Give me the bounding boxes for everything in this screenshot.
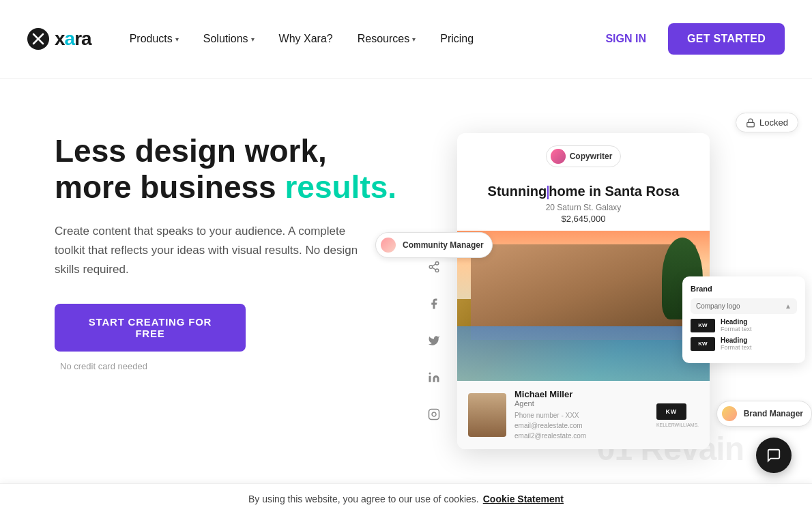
- property-title: Stunninghome in Santa Rosa: [471, 182, 696, 200]
- svg-rect-5: [429, 376, 431, 382]
- hero-section: Less design work, more business results.…: [0, 78, 812, 514]
- agent-phone: Phone number - XXX: [514, 412, 579, 419]
- agent-email: email@realestate.com: [514, 422, 583, 429]
- brand-text-1: Heading Format text: [721, 318, 752, 332]
- cookie-text: By using this website, you agree to our …: [248, 494, 479, 504]
- hero-title-line2: more business: [55, 169, 285, 205]
- copywriter-badge: Copywriter: [546, 145, 622, 167]
- brand-item-1: KW Heading Format text: [691, 318, 797, 332]
- brand-heading-1: Heading: [721, 318, 752, 326]
- property-title-before: Stunning: [488, 184, 547, 199]
- brand-panel-title: Brand: [691, 285, 797, 293]
- linkedin-icon: [423, 367, 445, 388]
- share-icon: [423, 256, 445, 278]
- navbar: xara Products ▾ Solutions ▾ Why Xara? Re…: [0, 0, 812, 78]
- brand-kw-logo-1: KW: [691, 319, 715, 332]
- property-title-after: home in Santa Rosa: [549, 184, 679, 199]
- svg-rect-7: [429, 410, 439, 420]
- nav-resources[interactable]: Resources ▾: [347, 27, 426, 51]
- agent-photo: [468, 393, 506, 437]
- svg-line-4: [432, 264, 435, 266]
- property-price: $2,645,000: [471, 214, 696, 224]
- company-logo-label: Company logo: [696, 302, 740, 310]
- property-image: [457, 231, 710, 381]
- pool-area: [457, 326, 710, 381]
- svg-point-6: [429, 373, 431, 375]
- copywriter-badge-label: Copywriter: [570, 152, 613, 161]
- nav-pricing-label: Pricing: [440, 33, 474, 45]
- svg-point-0: [435, 262, 439, 266]
- cookie-statement-link[interactable]: Cookie Statement: [483, 494, 564, 504]
- logo-icon: [27, 28, 49, 50]
- cookie-bar: By using this website, you agree to our …: [0, 483, 812, 514]
- hero-cta-button[interactable]: START CREATING FOR FREE: [55, 304, 246, 352]
- svg-rect-9: [747, 122, 755, 126]
- nav-why-xara-label: Why Xara?: [279, 33, 333, 45]
- hero-title-line1: Less design work,: [55, 133, 327, 169]
- brand-heading-2: Heading: [721, 337, 752, 344]
- svg-point-1: [429, 266, 433, 269]
- kw-logo: KW: [656, 403, 686, 420]
- svg-line-3: [432, 268, 435, 270]
- brand-manager-avatar: [721, 405, 738, 423]
- community-manager-avatar: [379, 236, 397, 254]
- nav-resources-label: Resources: [358, 33, 409, 45]
- nav-why-xara[interactable]: Why Xara?: [268, 27, 344, 51]
- chevron-down-icon: ▾: [175, 35, 179, 43]
- social-icons-column: [423, 256, 445, 425]
- community-manager-label: Community Manager: [403, 240, 484, 250]
- brand-kw-logo-2: KW: [691, 337, 715, 351]
- nav-products-label: Products: [130, 33, 173, 45]
- hero-title-accent: results.: [285, 169, 396, 205]
- agent-role: Agent: [514, 399, 648, 408]
- chat-icon: [766, 448, 781, 463]
- chat-button[interactable]: [756, 438, 792, 473]
- agent-info: Michael Miller Agent Phone number - XXX …: [514, 389, 648, 441]
- agent-details: Phone number - XXX email@realestate.com …: [514, 410, 648, 441]
- brand-format-1: Format text: [721, 326, 752, 332]
- brand-manager-badge: Brand Manager: [716, 401, 812, 427]
- copywriter-avatar: [551, 149, 566, 164]
- hero-description: Create content that speaks to your audie…: [55, 222, 368, 279]
- nav-products[interactable]: Products ▾: [119, 27, 190, 51]
- locked-label: Locked: [759, 117, 788, 128]
- brand-company-logo-row: Company logo ▲: [691, 298, 797, 314]
- hero-left: Less design work, more business results.…: [55, 119, 409, 371]
- nav-solutions-label: Solutions: [203, 33, 248, 45]
- lock-icon: [746, 118, 755, 128]
- agent-name: Michael Miller: [514, 389, 648, 399]
- agent-row: Michael Miller Agent Phone number - XXX …: [457, 381, 710, 449]
- nav-solutions[interactable]: Solutions ▾: [192, 27, 265, 51]
- facebook-icon: [423, 293, 445, 315]
- chevron-up-icon: ▲: [785, 302, 792, 310]
- logo[interactable]: xara: [27, 28, 91, 50]
- brand-format-2: Format text: [721, 344, 752, 351]
- get-started-button[interactable]: GET STARTED: [668, 23, 785, 55]
- design-card-header: Copywriter Stunninghome in Santa Rosa 20…: [457, 133, 710, 231]
- brand-manager-label: Brand Manager: [744, 409, 803, 418]
- logo-text: xara: [55, 28, 91, 50]
- hero-right-mockup: Copywriter Stunninghome in Santa Rosa 20…: [409, 113, 785, 509]
- kellerwilliams-text: KELLERWILLIAMS.: [656, 423, 699, 427]
- instagram-icon: [423, 403, 445, 425]
- chevron-down-icon: ▾: [412, 35, 416, 43]
- svg-point-2: [435, 269, 439, 272]
- nav-links: Products ▾ Solutions ▾ Why Xara? Resourc…: [119, 27, 595, 51]
- kw-logo-block: KW KELLERWILLIAMS.: [656, 403, 699, 427]
- nav-right: SIGN IN GET STARTED: [594, 23, 785, 55]
- brand-text-2: Heading Format text: [721, 337, 752, 351]
- brand-panel: Brand Company logo ▲ KW Heading Format t…: [682, 276, 805, 363]
- hero-title: Less design work, more business results.: [55, 133, 409, 205]
- brand-item-2: KW Heading Format text: [691, 337, 797, 351]
- design-card: Copywriter Stunninghome in Santa Rosa 20…: [457, 133, 710, 449]
- twitter-icon: [423, 330, 445, 352]
- community-manager-badge: Community Manager: [375, 232, 493, 258]
- property-address: 20 Saturn St. Galaxy: [471, 203, 696, 212]
- nav-pricing[interactable]: Pricing: [429, 27, 484, 51]
- logo-svg: [32, 33, 44, 45]
- locked-badge: Locked: [736, 113, 798, 132]
- sign-in-button[interactable]: SIGN IN: [594, 27, 657, 51]
- chevron-down-icon: ▾: [251, 35, 255, 43]
- agent-email2: email2@realestate.com: [514, 432, 586, 440]
- no-credit-text: No credit card needed: [60, 361, 409, 371]
